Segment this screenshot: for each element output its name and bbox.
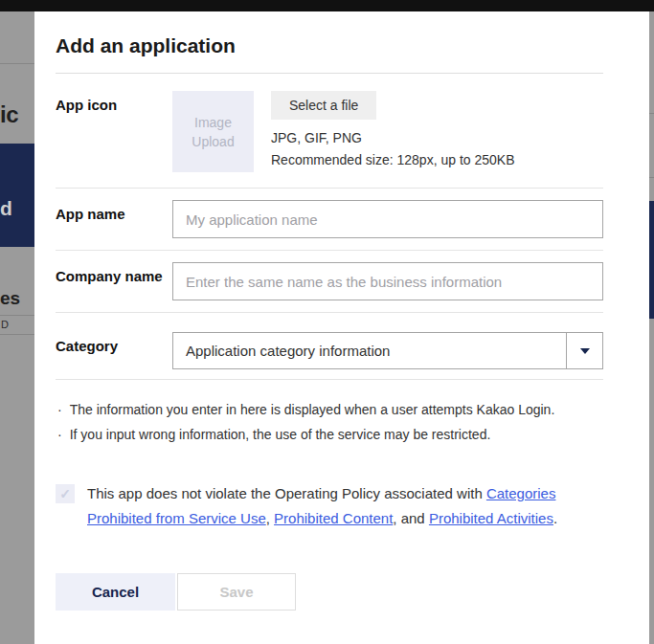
dropdown-arrow-icon [580, 348, 590, 354]
company-name-input[interactable] [172, 262, 603, 300]
background-divider [649, 113, 654, 114]
select-file-button[interactable]: Select a file [271, 91, 376, 120]
app-name-input[interactable] [172, 200, 603, 238]
background-page-left-edge: ic d es D [0, 11, 34, 644]
category-row: Category Application category informatio… [56, 313, 603, 380]
company-name-row: Company name [56, 251, 603, 313]
app-name-row: App name [56, 189, 603, 251]
check-icon: ✓ [59, 486, 71, 501]
note-bullet: · [57, 397, 62, 422]
note-item: · The information you enter in here is d… [56, 397, 603, 422]
policy-agreement-row: ✓ This app does not violate the Operatin… [56, 481, 603, 531]
policy-text-sep: , [266, 510, 274, 526]
image-upload-dropzone[interactable]: Image Upload [172, 91, 254, 172]
background-partial-text: es [0, 288, 20, 309]
background-divider [649, 177, 654, 178]
note-text: The information you enter in here is dis… [70, 397, 555, 422]
background-divider [0, 63, 34, 64]
note-item: · If you input wrong information, the us… [56, 422, 603, 447]
background-partial-small-text: D [1, 319, 9, 330]
background-top-nav [0, 0, 654, 11]
link-prohibited-content[interactable]: Prohibited Content [274, 510, 393, 526]
modal-title: Add an application [56, 34, 603, 57]
modal-actions: Cancel Save [56, 573, 603, 611]
add-application-modal: Add an application App icon Image Upload… [34, 11, 649, 644]
app-name-label: App name [56, 200, 172, 225]
app-icon-row: App icon Image Upload Select a file JPG,… [56, 74, 603, 189]
policy-text-prefix: This app does not violate the Operating … [87, 485, 486, 501]
policy-text-suffix: . [553, 510, 557, 526]
background-navy-banner: d [0, 144, 34, 247]
background-navy-banner-edge [649, 201, 654, 319]
allowed-formats-text: JPG, GIF, PNG [271, 130, 515, 145]
background-partial-heading: ic [0, 101, 18, 128]
category-select-arrow-cell[interactable] [566, 333, 602, 368]
cancel-button[interactable]: Cancel [56, 573, 175, 611]
recommended-size-text: Recommended size: 128px, up to 250KB [271, 152, 515, 167]
category-select[interactable]: Application category information [172, 332, 603, 369]
notes-list: · The information you enter in here is d… [56, 397, 603, 447]
link-prohibited-activities[interactable]: Prohibited Activities [429, 510, 553, 526]
note-bullet: · [57, 422, 62, 447]
category-select-value: Application category information [173, 343, 566, 359]
policy-text-sep: , and [393, 510, 429, 526]
background-divider [0, 334, 34, 335]
policy-checkbox[interactable]: ✓ [56, 484, 75, 503]
note-text: If you input wrong information, the use … [70, 422, 491, 447]
company-name-label: Company name [56, 262, 172, 287]
background-partial-banner-text: d [0, 197, 12, 220]
background-divider [0, 315, 34, 316]
app-icon-label: App icon [56, 91, 172, 172]
category-label: Category [56, 332, 172, 369]
save-button[interactable]: Save [177, 573, 296, 611]
background-page-right-edge [649, 11, 654, 644]
policy-agreement-text: This app does not violate the Operating … [87, 481, 603, 531]
